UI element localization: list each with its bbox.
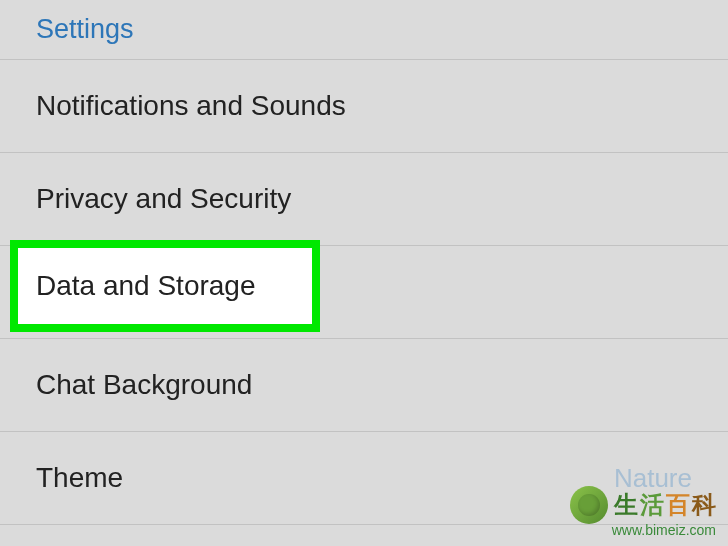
wm-char: 百 — [666, 489, 690, 521]
settings-item-notifications[interactable]: Notifications and Sounds — [0, 59, 728, 152]
item-label: Notifications and Sounds — [36, 90, 346, 121]
settings-item-chat-background[interactable]: Chat Background — [0, 338, 728, 431]
highlight-box: Data and Storage — [10, 240, 320, 332]
settings-item-privacy[interactable]: Privacy and Security — [0, 152, 728, 245]
highlight-label: Data and Storage — [36, 270, 256, 302]
settings-title: Settings — [36, 14, 728, 45]
wm-char: 生 — [614, 489, 638, 521]
settings-header: Settings — [0, 0, 728, 59]
wm-char: 科 — [692, 489, 716, 521]
wm-char: 活 — [640, 489, 664, 521]
watermark-logo-icon — [570, 486, 608, 524]
watermark-chinese: 生 活 百 科 — [614, 489, 716, 521]
item-label: Privacy and Security — [36, 183, 291, 214]
item-label: Theme — [36, 462, 123, 493]
watermark: 生 活 百 科 www.bimeiz.com — [570, 486, 716, 538]
watermark-url: www.bimeiz.com — [612, 522, 716, 538]
item-label: Chat Background — [36, 369, 252, 400]
watermark-top: 生 活 百 科 — [570, 486, 716, 524]
